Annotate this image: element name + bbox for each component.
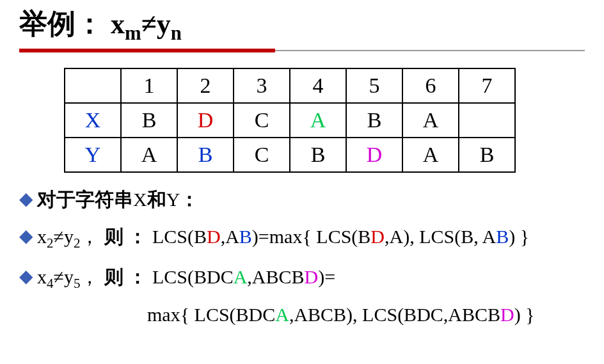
b4-pre: max{ LCS(BDC [147,304,275,325]
b2-l2: LCS( [316,226,358,247]
cell-y2: B [177,138,234,172]
b2-ab-a: A [225,226,239,247]
title-prefix: 举例： [19,8,104,40]
cell-blank [65,68,121,103]
b3-sy: 5 [74,276,81,291]
b3-lcs-open: LCS(BDC [152,266,234,287]
b2-ab-b: B [239,226,252,247]
b4-d1: D [500,304,514,325]
cell-y5: D [346,138,402,172]
b1-x: X [133,189,147,210]
cell-h3: 3 [234,68,290,103]
cell-y1: A [121,138,177,172]
b3-close-eq: )= [318,266,335,287]
cell-y3: C [234,138,290,172]
b2-sx: 2 [47,235,54,251]
b2-tail: ) } [509,226,529,247]
rule-red [19,49,275,52]
cell-y6: A [402,138,459,172]
b3-y: y [64,266,74,287]
b2-y: y [64,226,74,247]
b4-tail: ) } [514,304,535,325]
b3-d-mag: D [305,266,319,287]
cell-x7 [459,103,515,138]
b4-mid1: ,ABCB), LCS(BDC,ABCB [289,304,500,325]
table-row: X B D C A B A [65,103,515,138]
cell-h6: 6 [402,68,459,103]
diamond-icon: ◆ [19,224,33,248]
title-x: x [111,8,125,40]
bullet-3-cont: max{ LCS(BDCA,ABCB), LCS(BDC,ABCBD) } [147,304,585,326]
slide-title: 举例： xm≠yn [19,5,585,45]
title-rule [19,49,585,52]
b2-x: x [37,226,47,247]
b2-bd-d: D [207,226,221,247]
rule-grey [275,50,585,51]
title-m: m [125,22,141,44]
cell-x-label: X [65,103,121,138]
b2-eqmax: =max{ [258,226,316,247]
cell-h1: 1 [121,68,177,103]
title-y: y [157,8,171,40]
title-n: n [171,22,182,44]
b1-colon: ： [180,189,199,210]
sequence-table: 1 2 3 4 5 6 7 X B D C A B A Y A B C B D … [64,68,516,173]
cell-x4: A [290,103,346,138]
b3-x: x [37,266,47,287]
cell-x3: C [234,103,290,138]
cell-y4: B [290,138,346,172]
cell-h5: 5 [346,68,402,103]
b2-ze: 则 ： [104,226,148,247]
cell-y7: B [459,138,515,172]
cell-x5: B [346,103,402,138]
b2-sy: 2 [74,235,81,251]
bullet-2: ◆ x2≠y2， 则 ： LCS(BD,AB)=max{ LCS(BD,A), … [19,224,585,252]
b2-ne: ≠ [54,226,64,247]
b2-bd-b: B [194,226,207,247]
b3-ne: ≠ [54,266,64,287]
b3-sx: 4 [47,276,54,291]
cell-x1: B [121,103,177,138]
bullet-3: ◆ x4≠y5， 则 ： LCS(BDCA,ABCBD)= [19,264,585,292]
b2-c2: ,A), LCS(B, A [385,226,496,247]
bullet-1: ◆ 对于字符串X和Y： [19,187,585,213]
b2-comma: ， [80,226,99,247]
cell-h4: 4 [290,68,346,103]
title-ne: ≠ [141,8,157,40]
b1-y: Y [166,189,180,210]
b1-kai-b: 和 [147,189,166,210]
cell-x6: A [402,103,459,138]
cell-h2: 2 [177,68,234,103]
b4-a1: A [275,304,289,325]
table-row: 1 2 3 4 5 6 7 [65,68,515,103]
b3-a-green: A [234,266,248,287]
cell-y-label: Y [65,138,121,172]
b2-lcs-open: LCS( [152,226,194,247]
diamond-icon: ◆ [19,187,33,211]
b3-mid: ,ABCB [247,266,304,287]
cell-x2: D [177,103,234,138]
b2-ab2-b: B [496,226,509,247]
b2-bd2-d: D [370,226,385,247]
table-row: Y A B C B D A B [65,138,515,172]
b1-kai-a: 对于字符串 [37,189,133,210]
b3-comma: ， [80,266,99,287]
b2-bd2-b: B [358,226,370,247]
diamond-icon: ◆ [19,264,33,289]
b3-ze: 则 ： [104,266,148,287]
b2-close: ) [252,226,258,247]
cell-h7: 7 [459,68,515,103]
